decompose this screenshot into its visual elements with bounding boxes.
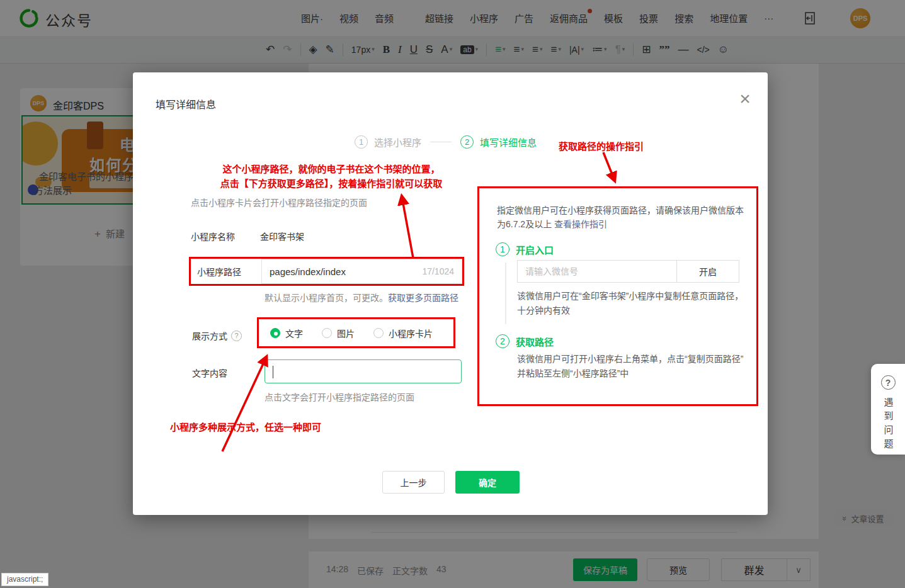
- guide-panel-highlight-box: 指定微信用户可在小程序获得页面路径，请确保该用户微信版本为6.7.2及以上 查看…: [477, 186, 758, 406]
- annotation-path-hint: 这个小程序路径，就你的电子书在这个书架的位置， 点击【下方获取更多路径】，按着操…: [196, 162, 467, 191]
- step-indicator: 1 选择小程序 2 填写详细信息: [355, 135, 537, 149]
- page: 公众号 图片· 视频 音频 超链接 小程序 广告 返佣商品 模板 投票 搜索 地…: [0, 0, 905, 588]
- feedback-label: 遇到问题: [882, 397, 895, 453]
- step-1-description: 该微信用户可在“金印客书架”小程序中复制任意页面路径，十分钟内有效: [517, 289, 750, 318]
- radio-selected-icon[interactable]: [270, 328, 280, 338]
- radio-icon[interactable]: [373, 328, 384, 338]
- step-1-circle: 1: [355, 135, 368, 149]
- step-1-label: 选择小程序: [374, 135, 421, 149]
- path-label: 小程序路径: [191, 265, 261, 278]
- card-tip-text: 点击小程序卡片会打开小程序路径指定的页面: [191, 196, 367, 208]
- miniprogram-name-value: 金印客书架: [260, 230, 304, 242]
- step-1-number: 1: [496, 242, 509, 256]
- display-mode-highlight-box: 文字 图片 小程序卡片: [257, 317, 455, 348]
- view-guide-link[interactable]: 查看操作指引: [554, 219, 607, 229]
- step-1-title: 开启入口: [516, 243, 554, 256]
- previous-step-button[interactable]: 上一步: [382, 471, 445, 494]
- guide-step-1: 1 开启入口: [496, 242, 554, 256]
- step-2-circle: 2: [460, 135, 474, 149]
- radio-option-image[interactable]: 图片: [322, 327, 355, 339]
- step-2-label: 填写详细信息: [480, 135, 537, 149]
- radio-option-text[interactable]: 文字: [270, 327, 303, 339]
- path-help: 默认显示小程序首页，可更改。获取更多页面路径: [265, 291, 458, 303]
- confirm-button[interactable]: 确定: [455, 471, 520, 494]
- annotation-arrow-up: [388, 189, 426, 261]
- step-vertical-line: [505, 263, 506, 324]
- miniprogram-name-label: 小程序名称: [191, 230, 235, 242]
- radio-option-card[interactable]: 小程序卡片: [373, 327, 433, 339]
- wechat-id-input[interactable]: [517, 260, 677, 283]
- annotation-arrow-down: [596, 149, 627, 188]
- display-mode-label: 展示方式 ?: [192, 329, 242, 342]
- annotation-arrow-up-right: [215, 349, 278, 456]
- wechat-id-row: 开启: [517, 260, 739, 283]
- question-mark-icon: ?: [881, 375, 896, 390]
- path-input[interactable]: [270, 266, 417, 277]
- help-question-icon[interactable]: ?: [231, 331, 242, 341]
- text-help: 点击文字会打开小程序指定路径的页面: [265, 390, 414, 403]
- path-input-wrapper: 17/1024: [261, 259, 462, 284]
- close-icon[interactable]: ×: [732, 86, 758, 111]
- text-content-input[interactable]: [265, 359, 462, 383]
- step-2-description: 该微信用户可打开小程序右上角菜单，点击“复制页面路径”并粘贴至左侧“小程序路径”…: [517, 352, 750, 381]
- char-counter: 17/1024: [422, 266, 454, 276]
- get-more-paths-link[interactable]: 获取更多页面路径: [388, 293, 458, 303]
- miniprogram-detail-dialog: 填写详细信息 × 1 选择小程序 2 填写详细信息 这个小程序路径，就你的电子书…: [133, 72, 768, 515]
- dialog-title: 填写详细信息: [156, 96, 216, 111]
- step-2-number: 2: [496, 334, 509, 348]
- radio-icon[interactable]: [322, 328, 332, 338]
- feedback-float-panel[interactable]: ? 遇到问题: [871, 364, 905, 455]
- step-connector: [430, 142, 452, 142]
- guide-intro: 指定微信用户可在小程序获得页面路径，请确保该用户微信版本为6.7.2及以上 查看…: [497, 203, 745, 231]
- step-2-title: 获取路径: [516, 335, 554, 348]
- guide-step-2: 2 获取路径: [496, 334, 554, 348]
- enable-button[interactable]: 开启: [676, 260, 739, 283]
- link-status-tooltip: javascript:;: [1, 573, 48, 586]
